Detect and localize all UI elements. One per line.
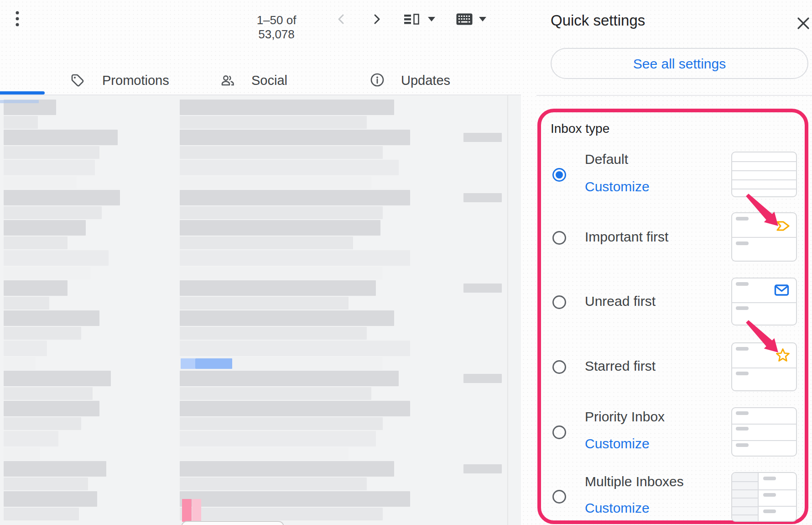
redacted-row-bar [180, 280, 376, 296]
inbox-option-starred-first-radio[interactable] [552, 360, 566, 374]
annotation-arrow-icon [744, 319, 781, 355]
inbox-option-multiple-inboxes-radio[interactable] [552, 490, 566, 504]
redacted-red-block [192, 499, 201, 522]
redacted-row-bar [180, 116, 367, 129]
selected-row-highlight [195, 358, 232, 369]
tab-updates[interactable]: Updates [401, 73, 450, 88]
active-tab-indicator [0, 91, 45, 94]
tag-icon [69, 72, 86, 89]
redacted-row-bar [4, 478, 88, 490]
inbox-option-unread-first-label[interactable]: Unread first [585, 294, 656, 309]
redacted-row-bar [180, 417, 383, 430]
inbox-option-default-label[interactable]: Default [585, 152, 628, 167]
selected-row-highlight [181, 358, 195, 369]
inbox-option-starred-first-label[interactable]: Starred first [585, 358, 656, 374]
redacted-row-bar [180, 401, 410, 416]
people-icon [220, 72, 236, 89]
horizontal-scroll-indicator[interactable] [181, 521, 284, 525]
inbox-option-important-first-radio[interactable] [552, 231, 566, 245]
redacted-row-bar [180, 130, 410, 145]
redacted-row-bar [4, 176, 77, 189]
annotation-arrow-icon [744, 192, 781, 229]
redacted-row-bar [180, 310, 394, 326]
inbox-option-important-first-label[interactable]: Important first [585, 229, 668, 245]
inbox-option-multiple-inboxes-customize-link[interactable]: Customize [585, 500, 650, 516]
redacted-row-bar [4, 310, 99, 326]
inbox-option-priority-inbox-radio[interactable] [552, 425, 566, 439]
inbox-option-priority-inbox-customize-link[interactable]: Customize [585, 436, 650, 452]
inbox-option-default-customize-link[interactable]: Customize [585, 179, 650, 194]
redacted-row-bar [180, 327, 367, 340]
redacted-row-bar [4, 401, 99, 416]
redacted-row-bar [4, 130, 118, 145]
panel-title: Quick settings [551, 12, 645, 29]
redacted-row-bar [180, 431, 376, 446]
redacted-row-bar [180, 267, 383, 279]
redacted-row-bar [4, 508, 79, 520]
redacted-row-bar [180, 387, 371, 400]
chevron-down-icon[interactable] [428, 17, 435, 21]
redacted-row-bar [180, 341, 410, 356]
redacted-row-bar [180, 371, 399, 386]
redacted-row-bar [4, 461, 106, 477]
envelope-icon [774, 284, 790, 297]
more-vertical-icon[interactable] [14, 10, 21, 28]
redacted-row-bar [4, 491, 97, 507]
redacted-row-bar [463, 133, 502, 142]
tab-promotions[interactable]: Promotions [102, 73, 169, 88]
redacted-row-bar [180, 508, 383, 520]
redacted-row-bar [4, 341, 47, 356]
redacted-row-bar [463, 374, 502, 383]
redacted-row-bar [180, 190, 410, 205]
inbox-option-multiple-inboxes-label[interactable]: Multiple Inboxes [585, 474, 684, 489]
redacted-row-bar [180, 206, 383, 219]
split-view-icon[interactable] [404, 14, 420, 25]
redacted-row-bar [4, 146, 99, 159]
inbox-option-default-radio[interactable] [552, 168, 566, 182]
redacted-row-bar [4, 236, 68, 249]
see-all-settings-button[interactable]: See all settings [551, 48, 808, 79]
redacted-row-bar [463, 464, 502, 473]
chevron-right-icon[interactable] [373, 14, 381, 25]
list-edge-divider [507, 95, 508, 525]
redacted-row-bar [180, 447, 349, 460]
close-icon[interactable] [796, 16, 811, 31]
inbox-option-priority-inbox-label[interactable]: Priority Inbox [585, 409, 665, 425]
redacted-row-bar [180, 478, 367, 490]
email-list-redacted[interactable] [0, 95, 521, 525]
chevron-left-icon[interactable] [337, 14, 345, 25]
redacted-row-bar [463, 193, 502, 202]
redacted-row-bar [180, 146, 383, 159]
redacted-row-bar [4, 387, 93, 400]
redacted-row-bar [4, 206, 102, 219]
redacted-fragment [0, 100, 39, 103]
inbox-type-heading: Inbox type [551, 121, 609, 136]
pagination-count: 1–50 of 53,078 [237, 13, 316, 42]
panel-header-divider [536, 95, 812, 96]
redacted-row-bar [4, 297, 49, 310]
inbox-option-priority-inbox-thumbnail [731, 407, 797, 457]
chevron-down-icon[interactable] [479, 17, 486, 21]
redacted-row-bar [180, 236, 353, 249]
redacted-row-bar [180, 297, 349, 310]
keyboard-icon[interactable] [456, 13, 473, 25]
inbox-option-unread-first-radio[interactable] [552, 295, 566, 309]
redacted-row-bar [4, 417, 81, 430]
redacted-row-bar [180, 250, 410, 266]
redacted-row-bar [180, 220, 380, 236]
redacted-row-bar [4, 190, 120, 205]
redacted-row-bar [180, 176, 371, 189]
redacted-row-bar [4, 220, 86, 236]
redacted-row-bar [4, 280, 68, 296]
redacted-row-bar [180, 100, 394, 115]
redacted-row-bar [4, 267, 90, 279]
inbox-option-default-thumbnail [731, 152, 797, 197]
redacted-row-bar [180, 461, 394, 477]
redacted-row-bar [4, 357, 36, 370]
redacted-row-bar [4, 250, 109, 266]
redacted-red-block [182, 499, 192, 522]
redacted-row-bar [4, 431, 58, 446]
redacted-row-bar [4, 447, 40, 460]
tab-social[interactable]: Social [251, 73, 287, 88]
redacted-row-bar [4, 371, 111, 386]
